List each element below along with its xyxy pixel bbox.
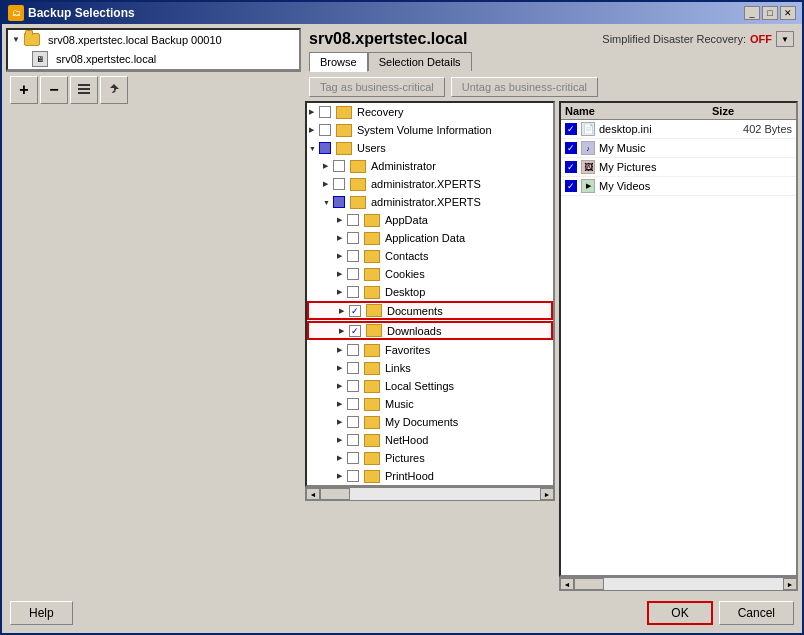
close-button[interactable]: ✕	[780, 6, 796, 20]
item-checkbox[interactable]	[347, 250, 359, 262]
scroll-track	[320, 488, 540, 500]
item-checkbox[interactable]	[319, 142, 331, 154]
item-checkbox[interactable]	[319, 106, 331, 118]
file-check[interactable]	[565, 161, 577, 173]
tree-item[interactable]: ▶Recovery	[307, 103, 553, 121]
expand-icon[interactable]: ▶	[337, 346, 347, 354]
item-checkbox[interactable]	[333, 160, 345, 172]
item-checkbox[interactable]	[347, 416, 359, 428]
file-list-scrollbar[interactable]: ◄ ►	[559, 577, 798, 591]
help-button[interactable]: Help	[10, 601, 73, 625]
tree-item[interactable]: ▶Administrator	[307, 157, 553, 175]
file-list-scroll-thumb[interactable]	[574, 578, 604, 590]
scroll-right-button[interactable]: ►	[540, 488, 554, 500]
folder-icon	[336, 106, 352, 119]
properties-button[interactable]	[70, 76, 98, 104]
item-checkbox[interactable]	[347, 398, 359, 410]
remove-button[interactable]: −	[40, 76, 68, 104]
item-checkbox[interactable]	[347, 232, 359, 244]
expand-icon[interactable]: ▶	[337, 216, 347, 224]
file-list-item[interactable]: ▶My Videos	[561, 177, 796, 196]
item-checkbox[interactable]	[347, 470, 359, 482]
tree-item[interactable]: ▶Favorites	[307, 341, 553, 359]
tree-item[interactable]: ▶Local Settings	[307, 377, 553, 395]
scroll-thumb[interactable]	[320, 488, 350, 500]
tree-root-item[interactable]: ▼ srv08.xpertstec.local Backup 00010	[8, 30, 299, 49]
file-list-item[interactable]: ♪My Music	[561, 139, 796, 158]
tree-item[interactable]: ▶PrintHood	[307, 467, 553, 485]
root-expand-arrow[interactable]: ▼	[12, 35, 20, 44]
expand-icon[interactable]: ▶	[337, 364, 347, 372]
expand-icon[interactable]: ▶	[337, 252, 347, 260]
expand-icon[interactable]: ▶	[337, 234, 347, 242]
expand-icon[interactable]: ▶	[337, 270, 347, 278]
expand-icon[interactable]: ▶	[337, 400, 347, 408]
tree-item[interactable]: ▶System Volume Information	[307, 121, 553, 139]
expand-icon[interactable]: ▶	[323, 180, 333, 188]
file-tree-scrollbar[interactable]: ◄ ►	[305, 487, 555, 501]
expand-icon[interactable]: ▶	[337, 454, 347, 462]
tree-item[interactable]: ▶Music	[307, 395, 553, 413]
tree-item[interactable]: ▶Cookies	[307, 265, 553, 283]
expand-icon[interactable]: ▶	[337, 472, 347, 480]
expand-icon[interactable]: ▼	[309, 145, 319, 152]
minimize-button[interactable]: _	[744, 6, 760, 20]
item-checkbox[interactable]	[347, 362, 359, 374]
expand-icon[interactable]: ▶	[323, 162, 333, 170]
item-checkbox[interactable]	[347, 268, 359, 280]
file-check[interactable]	[565, 142, 577, 154]
tree-item[interactable]: ▶AppData	[307, 211, 553, 229]
untag-critical-button[interactable]: Untag as business-critical	[451, 77, 598, 97]
expand-icon[interactable]: ▶	[339, 307, 349, 315]
file-list-item[interactable]: 🖼My Pictures	[561, 158, 796, 177]
item-checkbox[interactable]	[333, 196, 345, 208]
item-checkbox[interactable]	[347, 452, 359, 464]
tag-critical-button[interactable]: Tag as business-critical	[309, 77, 445, 97]
file-list-scroll-right[interactable]: ►	[783, 578, 797, 590]
item-checkbox[interactable]	[347, 344, 359, 356]
tree-item[interactable]: ▼Users	[307, 139, 553, 157]
expand-icon[interactable]: ▶	[337, 382, 347, 390]
ok-button[interactable]: OK	[647, 601, 712, 625]
item-checkbox[interactable]	[347, 434, 359, 446]
tab-browse[interactable]: Browse	[309, 52, 368, 72]
item-checkbox[interactable]	[349, 305, 361, 317]
tree-item[interactable]: ▶NetHood	[307, 431, 553, 449]
tree-item[interactable]: ▶Contacts	[307, 247, 553, 265]
item-checkbox[interactable]	[347, 380, 359, 392]
reset-button[interactable]	[100, 76, 128, 104]
tree-child-item[interactable]: 🖥 srv08.xpertstec.local	[8, 49, 299, 69]
file-list-scroll-left[interactable]: ◄	[560, 578, 574, 590]
expand-icon[interactable]: ▶	[337, 288, 347, 296]
tree-item[interactable]: ▶Pictures	[307, 449, 553, 467]
tree-item[interactable]: ▼administrator.XPERTS	[307, 193, 553, 211]
expand-icon[interactable]: ▶	[309, 126, 319, 134]
expand-icon[interactable]: ▶	[339, 327, 349, 335]
file-check[interactable]	[565, 123, 577, 135]
add-button[interactable]: +	[10, 76, 38, 104]
tree-item[interactable]: ▶administrator.XPERTS	[307, 175, 553, 193]
tree-item[interactable]: ▶Links	[307, 359, 553, 377]
tree-item[interactable]: ▶Desktop	[307, 283, 553, 301]
tree-item[interactable]: ▶Application Data	[307, 229, 553, 247]
file-list-item[interactable]: 📄desktop.ini402 Bytes	[561, 120, 796, 139]
item-checkbox[interactable]	[319, 124, 331, 136]
cancel-button[interactable]: Cancel	[719, 601, 794, 625]
expand-icon[interactable]: ▶	[337, 436, 347, 444]
sdr-dropdown-button[interactable]: ▼	[776, 31, 794, 47]
scroll-left-button[interactable]: ◄	[306, 488, 320, 500]
tree-item[interactable]: ▶Documents	[307, 301, 553, 320]
item-checkbox[interactable]	[333, 178, 345, 190]
tree-item[interactable]: ▶My Documents	[307, 413, 553, 431]
left-panel-container: ▼ srv08.xpertstec.local Backup 00010 🖥 s…	[6, 28, 301, 591]
expand-icon[interactable]: ▼	[323, 199, 333, 206]
file-check[interactable]	[565, 180, 577, 192]
expand-icon[interactable]: ▶	[309, 108, 319, 116]
item-checkbox[interactable]	[347, 286, 359, 298]
tree-item[interactable]: ▶Downloads	[307, 321, 553, 340]
item-checkbox[interactable]	[349, 325, 361, 337]
expand-icon[interactable]: ▶	[337, 418, 347, 426]
item-checkbox[interactable]	[347, 214, 359, 226]
tab-selection-details[interactable]: Selection Details	[368, 52, 472, 71]
maximize-button[interactable]: □	[762, 6, 778, 20]
